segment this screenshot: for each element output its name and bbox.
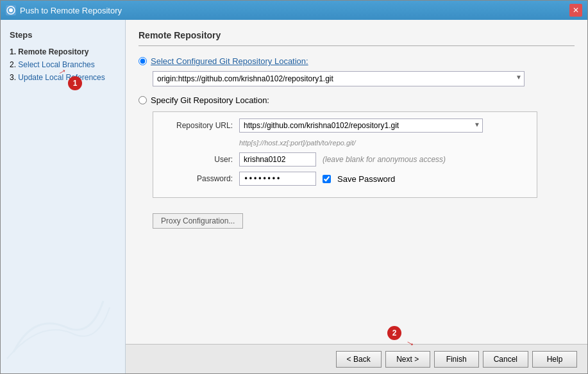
password-row: Password: Save Password (162, 172, 528, 186)
app-icon (6, 5, 16, 15)
user-input[interactable] (239, 152, 316, 167)
sidebar-title: Steps (10, 30, 116, 40)
radio-specify-option[interactable]: Specify Git Repository Location: (139, 95, 575, 105)
radio-configured[interactable] (139, 57, 147, 65)
titlebar: Push to Remote Repository ✕ (1, 1, 587, 20)
user-label: User: (162, 155, 233, 164)
url-input[interactable]: https://github.com/krishna0102/repositor… (239, 118, 483, 133)
save-password-label[interactable]: Save Password (337, 174, 395, 184)
section-title: Remote Repository (139, 30, 575, 46)
user-row: User: (leave blank for anonymous access) (162, 152, 528, 167)
radio-specify[interactable] (139, 96, 147, 104)
svg-point-1 (9, 8, 13, 12)
step-label-1: Remote Repository (18, 47, 88, 56)
window-title: Push to Remote Repository (20, 6, 122, 15)
url-dropdown-wrapper: https://github.com/krishna0102/repositor… (239, 118, 483, 133)
annotation-badge-1: 1 (68, 76, 82, 90)
step-number-3: 3. (10, 73, 18, 82)
cancel-button[interactable]: Cancel (483, 351, 528, 368)
configured-dropdown-row: origin:https://github.com/krishna0102/re… (153, 71, 575, 86)
password-input[interactable] (239, 172, 316, 186)
finish-button[interactable]: Finish (434, 351, 479, 368)
annotation-badge-2: 2 (387, 326, 401, 340)
content-area: Steps 1. Remote Repository 2. Select Loc… (1, 20, 587, 373)
help-button[interactable]: Help (532, 351, 577, 368)
configured-dropdown-wrapper: origin:https://github.com/krishna0102/re… (153, 71, 525, 86)
radio-specify-label[interactable]: Specify Git Repository Location: (151, 95, 269, 105)
proxy-btn-wrapper: Proxy Configuration... (153, 206, 575, 229)
main-window: Push to Remote Repository ✕ Steps 1. Rem… (0, 0, 588, 374)
main-panel-wrapper: Remote Repository Select Configured Git … (126, 20, 587, 373)
url-label: Repository URL: (162, 121, 233, 130)
next-button[interactable]: Next > (385, 351, 430, 368)
radio-configured-option[interactable]: Select Configured Git Repository Locatio… (139, 56, 575, 66)
configured-dropdown[interactable]: origin:https://github.com/krishna0102/re… (153, 71, 525, 86)
user-hint: (leave blank for anonymous access) (323, 155, 446, 164)
close-button[interactable]: ✕ (569, 4, 582, 17)
back-button[interactable]: < Back (336, 351, 382, 368)
password-label: Password: (162, 174, 233, 183)
step-number-1: 1. (10, 47, 18, 56)
bottom-bar: 2 → < Back Next > Finish Cancel Help (126, 344, 587, 373)
url-row: Repository URL: https://github.com/krish… (162, 118, 528, 133)
step-item-1: 1. Remote Repository (10, 47, 116, 56)
main-content: Remote Repository Select Configured Git … (126, 20, 587, 344)
step-number-2: 2. (10, 60, 18, 69)
sidebar-watermark (1, 288, 125, 367)
titlebar-left: Push to Remote Repository (6, 5, 122, 15)
url-hint: http[s]://host.xz[:port]/path/to/repo.gi… (239, 139, 356, 147)
url-hint-row: http[s]://host.xz[:port]/path/to/repo.gi… (239, 138, 528, 147)
radio-configured-label[interactable]: Select Configured Git Repository Locatio… (151, 56, 308, 66)
specify-form: Repository URL: https://github.com/krish… (153, 111, 537, 198)
sidebar: Steps 1. Remote Repository 2. Select Loc… (1, 20, 126, 373)
save-password-checkbox[interactable] (323, 175, 331, 183)
proxy-config-button[interactable]: Proxy Configuration... (153, 213, 243, 229)
